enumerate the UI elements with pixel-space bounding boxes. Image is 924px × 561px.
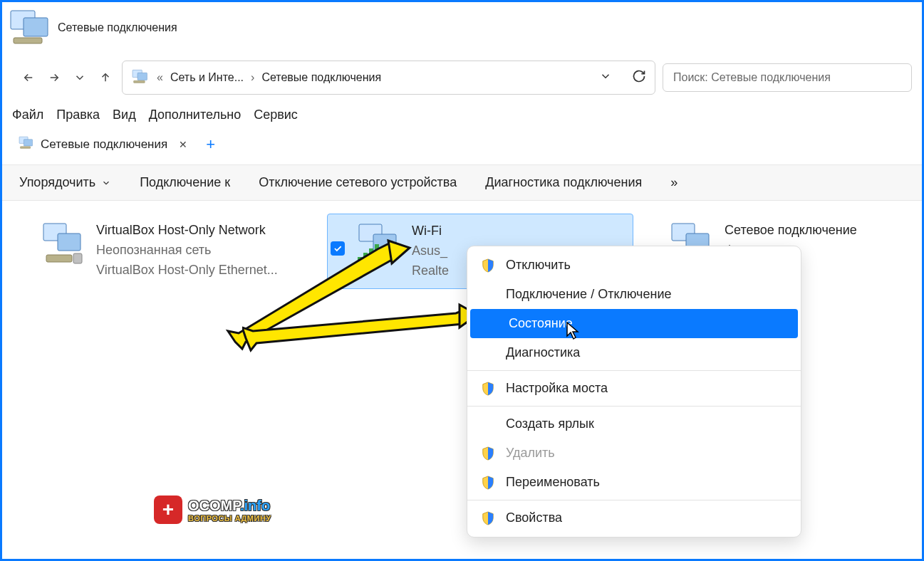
wifi-icon (356, 221, 402, 267)
selection-checkbox[interactable] (331, 241, 345, 256)
watermark-brand: OCOMP (188, 498, 240, 513)
tab-network-connections[interactable]: Сетевые подключения ✕ (9, 130, 196, 159)
tab-label: Сетевые подключения (41, 137, 167, 152)
svg-rect-1 (24, 18, 48, 36)
nav-row: « Сеть и Инте... › Сетевые подключения П… (2, 53, 922, 100)
toolbar-disable[interactable]: Отключение сетевого устройства (259, 175, 457, 190)
svg-rect-7 (24, 140, 32, 146)
toolbar-connect[interactable]: Подключение к (140, 175, 230, 190)
context-disable[interactable]: Отключить (467, 251, 801, 280)
connection-device: VirtualBox Host-Only Ethernet... (96, 261, 278, 280)
shield-icon (480, 258, 496, 273)
nav-recent-dropdown[interactable] (71, 68, 89, 87)
svg-rect-4 (137, 73, 147, 80)
address-dropdown-button[interactable] (599, 70, 612, 85)
watermark-tagline: ВОПРОСЫ АДМИНУ (188, 514, 271, 523)
search-input[interactable]: Поиск: Сетевые подключения (663, 63, 912, 92)
context-connect-disconnect[interactable]: Подключение / Отключение (467, 280, 801, 309)
connection-item-virtualbox[interactable]: VirtualBox Host-Only Network Неопознанна… (31, 214, 301, 289)
svg-rect-2 (14, 38, 42, 43)
shield-icon (480, 446, 496, 461)
breadcrumb-root-chevron[interactable]: « (157, 71, 163, 84)
menu-file[interactable]: Файл (12, 108, 43, 122)
shield-icon (480, 382, 496, 396)
refresh-button[interactable] (632, 69, 646, 86)
tab-row: Сетевые подключения ✕ + (2, 127, 922, 165)
context-status[interactable]: Состояние (470, 309, 798, 338)
svg-rect-17 (369, 248, 373, 264)
context-delete: Удалить (467, 439, 801, 468)
network-folder-icon (9, 6, 52, 49)
svg-rect-11 (46, 255, 72, 262)
svg-rect-8 (20, 147, 30, 149)
network-folder-icon (18, 135, 35, 153)
connection-device: Realte (412, 261, 449, 281)
window-title: Сетевые подключения (58, 21, 177, 34)
connection-status: Неопознанная сеть (96, 241, 278, 261)
search-placeholder: Поиск: Сетевые подключения (673, 71, 831, 83)
context-menu: Отключить Подключение / Отключение Состо… (467, 246, 801, 538)
watermark-suffix: .info (240, 498, 270, 513)
shield-icon (480, 511, 496, 525)
context-properties[interactable]: Свойства (467, 503, 801, 533)
nav-up-button[interactable] (96, 68, 115, 87)
watermark: + OCOMP.info ВОПРОСЫ АДМИНУ (154, 496, 271, 524)
context-bridge[interactable]: Настройка моста (467, 374, 801, 403)
menu-extra[interactable]: Дополнительно (149, 108, 242, 122)
svg-rect-18 (375, 244, 379, 264)
ethernet-icon (41, 221, 86, 266)
context-diagnostics[interactable]: Диагностика (467, 338, 801, 367)
connection-status: Asus_ (412, 241, 449, 261)
window-titlebar: Сетевые подключения (2, 2, 922, 53)
network-folder-icon (131, 68, 150, 87)
toolbar-diagnose[interactable]: Диагностика подключения (485, 175, 642, 190)
new-tab-button[interactable]: + (199, 132, 222, 157)
svg-rect-5 (134, 80, 145, 83)
connection-name: Wi-Fi (412, 221, 449, 241)
connection-name: Сетевое подключение (725, 221, 857, 241)
menu-separator (467, 406, 801, 407)
svg-rect-12 (73, 253, 82, 263)
toolbar-more[interactable]: » (670, 175, 678, 190)
nav-forward-button[interactable] (45, 68, 63, 87)
breadcrumb-segment-2[interactable]: Сетевые подключения (261, 71, 381, 84)
svg-rect-16 (363, 253, 368, 264)
connection-name: VirtualBox Host-Only Network (96, 221, 278, 241)
menu-edit[interactable]: Правка (56, 108, 100, 122)
chevron-right-icon: › (251, 71, 254, 84)
address-bar[interactable]: « Сеть и Инте... › Сетевые подключения (122, 61, 655, 95)
svg-rect-15 (358, 257, 362, 264)
context-shortcut[interactable]: Создать ярлык (467, 409, 801, 439)
menu-bar: Файл Правка Вид Дополнительно Сервис (2, 100, 922, 127)
nav-back-button[interactable] (19, 68, 38, 87)
svg-rect-10 (58, 234, 81, 251)
tab-close-button[interactable]: ✕ (179, 139, 187, 150)
menu-service[interactable]: Сервис (254, 108, 298, 122)
toolbar: Упорядочить Подключение к Отключение сет… (2, 165, 922, 201)
context-rename[interactable]: Переименовать (467, 468, 801, 497)
menu-view[interactable]: Вид (113, 108, 136, 122)
watermark-badge-icon: + (154, 496, 182, 524)
shield-icon (480, 476, 496, 490)
breadcrumb-segment-1[interactable]: Сеть и Инте... (170, 71, 244, 84)
menu-separator (467, 370, 801, 371)
toolbar-organize[interactable]: Упорядочить (19, 175, 111, 190)
menu-separator (467, 500, 801, 500)
